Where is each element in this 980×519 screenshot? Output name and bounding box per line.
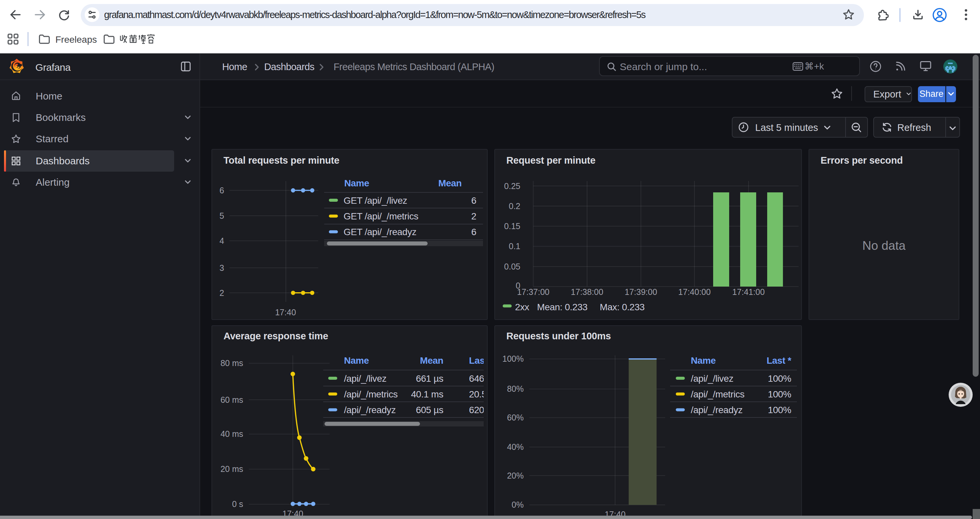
svg-text:5: 5: [220, 211, 224, 220]
svg-text:0.05: 0.05: [504, 262, 520, 271]
svg-text:Name: Name: [344, 178, 369, 188]
svg-text:Last *: Last *: [469, 355, 484, 366]
svg-text:/api/_/livez: /api/_/livez: [344, 373, 387, 383]
svg-text:0%: 0%: [512, 500, 524, 509]
svg-text:6: 6: [471, 227, 476, 237]
svg-text:2xx: 2xx: [515, 302, 529, 312]
svg-text:/api/_/readyz: /api/_/readyz: [344, 404, 396, 415]
svg-text:/api/_/metrics: /api/_/metrics: [344, 389, 398, 399]
svg-text:GET /api/_/livez: GET /api/_/livez: [344, 195, 407, 206]
svg-text:40.1 ms: 40.1 ms: [411, 389, 443, 399]
svg-text:Mean: Mean: [420, 355, 443, 366]
svg-text:GET /api/_/readyz: GET /api/_/readyz: [344, 227, 416, 237]
svg-text:0.15: 0.15: [504, 222, 520, 231]
svg-text:2: 2: [471, 211, 476, 222]
svg-text:605 µs: 605 µs: [416, 404, 443, 415]
svg-text:40%: 40%: [507, 442, 524, 451]
svg-text:17:39:00: 17:39:00: [625, 287, 657, 297]
svg-text:20%: 20%: [507, 471, 524, 480]
svg-text:Last *: Last *: [767, 355, 791, 366]
svg-text:100%: 100%: [502, 354, 524, 363]
svg-text:100%: 100%: [768, 373, 791, 383]
svg-text:2: 2: [220, 288, 224, 297]
svg-text:6: 6: [471, 195, 476, 206]
svg-text:100%: 100%: [768, 389, 791, 399]
svg-text:20 ms: 20 ms: [221, 464, 243, 474]
svg-text:60%: 60%: [507, 413, 524, 422]
svg-text:4: 4: [220, 236, 224, 246]
svg-text:/api/_/readyz: /api/_/readyz: [691, 404, 743, 415]
svg-text:3: 3: [220, 263, 224, 273]
svg-text:60 ms: 60 ms: [221, 395, 243, 404]
svg-text:100%: 100%: [768, 404, 791, 415]
svg-text:17:38:00: 17:38:00: [571, 287, 603, 297]
svg-text:Max: 0.233: Max: 0.233: [600, 302, 645, 312]
svg-text:Mean: 0.233: Mean: 0.233: [537, 302, 587, 312]
svg-text:0.25: 0.25: [504, 181, 520, 191]
svg-text:0 s: 0 s: [232, 499, 243, 509]
svg-text:Name: Name: [691, 355, 716, 366]
svg-text:Mean: Mean: [438, 178, 461, 188]
svg-text:40 ms: 40 ms: [221, 429, 243, 439]
svg-text:17:37:00: 17:37:00: [517, 287, 549, 297]
svg-text:/api/_/metrics: /api/_/metrics: [691, 389, 745, 399]
svg-text:0.1: 0.1: [509, 241, 520, 251]
svg-text:646 µs: 646 µs: [469, 373, 484, 383]
svg-text:17:40:00: 17:40:00: [678, 287, 711, 297]
svg-text:17:41:00: 17:41:00: [732, 287, 765, 297]
svg-text:20.5 ms: 20.5 ms: [469, 389, 484, 399]
svg-text:6: 6: [220, 186, 224, 195]
svg-text:GET /api/_/metrics: GET /api/_/metrics: [344, 211, 418, 222]
svg-text:0.2: 0.2: [509, 201, 520, 211]
svg-text:/api/_/livez: /api/_/livez: [691, 373, 733, 383]
svg-text:80%: 80%: [507, 384, 524, 393]
svg-text:620 µs: 620 µs: [469, 404, 484, 415]
svg-text:661 µs: 661 µs: [416, 373, 443, 383]
svg-text:17:40: 17:40: [275, 308, 296, 317]
svg-text:Name: Name: [344, 355, 369, 366]
svg-text:80 ms: 80 ms: [221, 358, 243, 368]
